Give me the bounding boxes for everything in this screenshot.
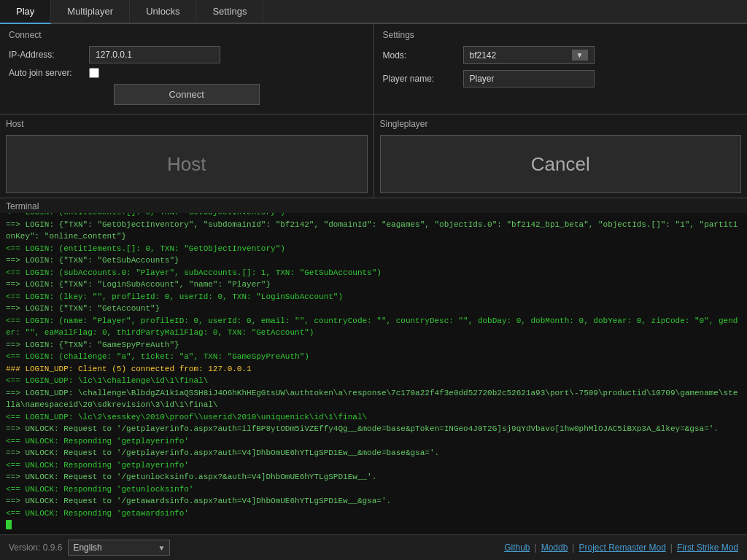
terminal-title: Terminal xyxy=(0,198,747,213)
player-input[interactable] xyxy=(463,70,595,88)
terminal-line: ==> LOGIN: {"TXN": "GetObjectInventory",… xyxy=(6,219,741,243)
terminal-line: <== LOGIN: (challenge: "a", ticket: "a",… xyxy=(6,351,741,363)
first-strike-link[interactable]: First Strike Mod xyxy=(677,542,738,553)
connect-title: Connect xyxy=(9,30,365,40)
mods-arrow-icon: ▼ xyxy=(572,50,588,61)
tab-multiplayer[interactable]: Multiplayer xyxy=(51,0,130,23)
settings-panel: Settings Mods: bf2142 ▼ Player name: xyxy=(374,24,748,114)
terminal-line: <== LOGIN: (entitlements.[]: 0, TXN: "Ge… xyxy=(6,243,741,255)
footer: Version: 0.9.6 English ▼ Github | Moddb … xyxy=(0,534,747,560)
top-panels: Connect IP-Address: Auto join server: Co… xyxy=(0,24,747,114)
moddb-link[interactable]: Moddb xyxy=(541,542,568,553)
mods-dropdown[interactable]: bf2142 ▼ xyxy=(463,46,595,64)
tab-unlocks[interactable]: Unlocks xyxy=(130,0,196,23)
host-title: Host xyxy=(6,119,368,129)
terminal-line: <== UNLOCK: Responding 'getplayerinfo' xyxy=(6,459,741,472)
terminal-line: ==> UNLOCK: Request to '/getunlocksinfo.… xyxy=(6,471,741,483)
project-remaster-link[interactable]: Project Remaster Mod xyxy=(578,542,665,553)
terminal-line: ==> UNLOCK: Request to '/getplayerinfo.a… xyxy=(6,447,741,459)
terminal-line: <== LOGIN: (name: "Player", profileID: 0… xyxy=(6,315,741,339)
main-content: Connect IP-Address: Auto join server: Co… xyxy=(0,24,747,534)
ip-label: IP-Address: xyxy=(9,50,89,60)
mods-label: Mods: xyxy=(383,50,463,61)
terminal-line: ==> LOGIN: {"TXN": "GetSubAccounts"} xyxy=(6,254,741,267)
tab-play[interactable]: Play xyxy=(0,0,51,24)
terminal-line: <== UNLOCK: Responding 'getplayerinfo' xyxy=(6,435,741,448)
footer-left: Version: 0.9.6 English ▼ xyxy=(9,540,170,556)
tab-settings[interactable]: Settings xyxy=(196,0,263,23)
language-dropdown[interactable]: English ▼ xyxy=(68,540,170,556)
terminal-line: <== LOGIN_UDP: \lc\1\challenge\id\1\fina… xyxy=(6,375,741,387)
connect-button[interactable]: Connect xyxy=(114,84,260,105)
terminal-line: <== LOGIN: (entitlements.[]: 0, TXN: "Ge… xyxy=(6,213,741,219)
tab-bar: Play Multiplayer Unlocks Settings xyxy=(0,0,747,24)
terminal-line: ==> UNLOCK: Request to '/getawardsinfo.a… xyxy=(6,495,741,508)
terminal-line: ==> LOGIN: {"TXN": "LoginSubAccount", "n… xyxy=(6,279,741,291)
terminal-line: <== LOGIN_UDP: \lc\2\sesskey\2010\proof\… xyxy=(6,411,741,424)
settings-title: Settings xyxy=(383,30,739,40)
terminal-section: Terminal <== LOGIN: (entitlements.[]: 0,… xyxy=(0,198,747,534)
cancel-button[interactable]: Cancel xyxy=(380,135,742,193)
terminal-line: <== LOGIN: (lkey: "", profileId: 0, user… xyxy=(6,291,741,303)
singleplayer-panel: Singleplayer Cancel xyxy=(374,114,748,198)
mods-row: Mods: bf2142 ▼ xyxy=(383,46,739,64)
divider-3: | xyxy=(670,542,673,553)
divider-1: | xyxy=(535,542,537,553)
player-label: Player name: xyxy=(383,74,463,84)
player-row: Player name: xyxy=(383,70,739,88)
auto-join-checkbox[interactable] xyxy=(89,68,99,78)
ip-input[interactable] xyxy=(89,46,220,63)
ip-row: IP-Address: xyxy=(9,46,365,63)
terminal-line: <== UNLOCK: Responding 'getunlocksinfo' xyxy=(6,483,741,496)
terminal-line: ### LOGIN_UDP: Client (5) connected from… xyxy=(6,363,741,376)
connect-panel: Connect IP-Address: Auto join server: Co… xyxy=(0,24,374,114)
terminal-line: <== LOGIN: (subAccounts.0: "Player", sub… xyxy=(6,267,741,279)
divider-2: | xyxy=(572,542,574,553)
terminal-line: ==> LOGIN: {"TXN": "GameSpyPreAuth"} xyxy=(6,339,741,351)
terminal-cursor xyxy=(6,520,12,529)
terminal-line: ==> UNLOCK: Request to '/getplayerinfo.a… xyxy=(6,423,741,435)
language-arrow-icon: ▼ xyxy=(158,544,166,552)
footer-links: Github | Moddb | Project Remaster Mod | … xyxy=(504,542,738,553)
auto-join-label: Auto join server: xyxy=(9,68,89,78)
terminal-line: ==> LOGIN_UDP: \challenge\BlbdgZA1k1aQSS… xyxy=(6,387,741,411)
host-button[interactable]: Host xyxy=(6,135,368,193)
language-value: English xyxy=(73,542,101,553)
terminal-line: ==> LOGIN: {"TXN": "GetAccount"} xyxy=(6,303,741,315)
action-panels: Host Host Singleplayer Cancel xyxy=(0,114,747,198)
mods-value: bf2142 xyxy=(470,50,497,61)
github-link[interactable]: Github xyxy=(504,542,530,553)
auto-join-row: Auto join server: xyxy=(9,68,365,78)
terminal-output[interactable]: <== LOGIN: (entitlements.[]: 0, TXN: "Ge… xyxy=(0,213,747,534)
version-label: Version: 0.9.6 xyxy=(9,542,62,553)
terminal-line: <== UNLOCK: Responding 'getawardsinfo' xyxy=(6,508,741,520)
singleplayer-title: Singleplayer xyxy=(380,119,742,129)
host-panel: Host Host xyxy=(0,114,374,198)
